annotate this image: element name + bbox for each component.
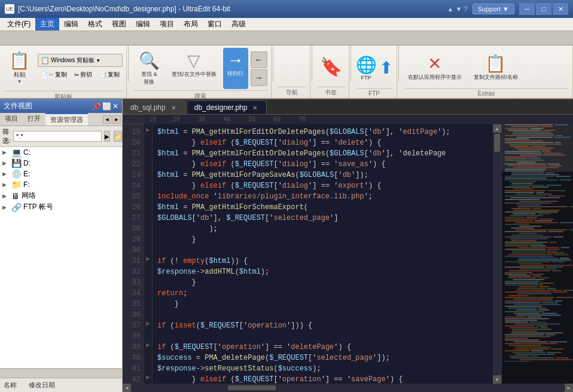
breakpoint-slot[interactable] bbox=[144, 361, 152, 372]
main-area: 文件视图 📌 ⬜ ✕ 项目 打开 资源管理器 ◄ ► 筛选: ▶ 📁 ▶ bbox=[0, 99, 573, 392]
minimize-button[interactable]: ─ bbox=[519, 3, 535, 15]
line-number: 27 bbox=[123, 213, 141, 223]
tree-item-d[interactable]: ▶ 💾 D: bbox=[0, 158, 122, 169]
breakpoint-slot[interactable] bbox=[144, 243, 152, 253]
goto-line-button[interactable]: → 转到行 bbox=[223, 48, 248, 89]
tab-db-sql-close[interactable]: ✕ bbox=[169, 103, 178, 112]
sidebar-nav-right[interactable]: ► bbox=[112, 115, 121, 124]
tree-item-label: F: bbox=[23, 180, 30, 189]
code-line: $html = PMA_getHtmlForEditOrDeletePages(… bbox=[157, 127, 488, 137]
scroll-thumb[interactable] bbox=[494, 134, 500, 152]
sidebar-tab-project[interactable]: 项目 bbox=[0, 113, 23, 125]
breakpoint-slot[interactable] bbox=[144, 210, 152, 221]
breakpoint-slot[interactable] bbox=[144, 296, 152, 307]
filter-folder-button[interactable]: 📁 bbox=[114, 131, 122, 142]
open-default-app-button[interactable]: ✕ 在默认应用程序中显示 bbox=[404, 51, 466, 84]
breakpoint-slot[interactable]: ▶ bbox=[144, 372, 152, 382]
ruler: 10 20 30 40 50 60 70 bbox=[123, 115, 573, 124]
cut-button[interactable]: ✂剪切 bbox=[71, 68, 95, 81]
breakpoint-slot[interactable]: ▶ bbox=[144, 253, 152, 264]
clipboard-manager-button[interactable]: 📋 Windows 剪贴板 ▼ bbox=[38, 54, 123, 67]
breakpoint-slot[interactable] bbox=[144, 329, 152, 339]
code-editor[interactable]: $html = PMA_getHtmlForEditOrDeletePages(… bbox=[153, 124, 493, 384]
horizontal-scrollbar[interactable]: ◄ ► bbox=[123, 384, 573, 392]
code-line: $response->setRequestStatus($success); bbox=[157, 363, 488, 374]
scroll-up-button[interactable]: ▲ bbox=[493, 124, 501, 133]
copy-button[interactable]: 📄✂复制 bbox=[38, 68, 70, 81]
sidebar-resize-handle[interactable] bbox=[0, 368, 122, 378]
support-button[interactable]: Support ▼ bbox=[473, 4, 514, 14]
tree-item-network[interactable]: ▶ 🖥 网络 bbox=[0, 190, 122, 201]
sidebar-tab-open[interactable]: 打开 bbox=[23, 113, 45, 125]
maximize-button[interactable]: □ bbox=[536, 3, 551, 15]
breakpoint-slot[interactable] bbox=[144, 307, 152, 318]
menu-project[interactable]: 项目 bbox=[155, 18, 179, 30]
filter-input[interactable] bbox=[13, 131, 102, 142]
find-group: 🔍 查找 &替换 ▽ 查找/在文件中替换 → 转到行 ← → 搜索 bbox=[130, 45, 272, 98]
paste-button[interactable]: 📋 粘贴 ▼ bbox=[4, 48, 35, 87]
breakpoint-slot[interactable]: ▶ bbox=[144, 318, 152, 329]
nav-forward-button[interactable]: → bbox=[251, 69, 267, 86]
menu-edit[interactable]: 编辑 bbox=[59, 18, 83, 30]
scroll-down-button[interactable]: ▼ bbox=[493, 375, 501, 384]
ftp-tree-icon: 🔗 bbox=[11, 203, 22, 212]
line-number: 39 bbox=[123, 342, 141, 353]
vertical-scrollbar[interactable]: ▲ ▼ bbox=[493, 124, 501, 384]
breakpoint-slot[interactable] bbox=[144, 286, 152, 296]
sidebar-close-icon[interactable]: ✕ bbox=[112, 102, 118, 111]
copy-path-button[interactable]: 📋 复制文件路径/名称 bbox=[470, 51, 523, 84]
close-button[interactable]: ✕ bbox=[553, 3, 568, 15]
line-number: 32 bbox=[123, 267, 141, 277]
h-scroll-thumb[interactable] bbox=[228, 385, 276, 390]
menu-format[interactable]: 格式 bbox=[83, 18, 107, 30]
menu-advanced[interactable]: 高级 bbox=[227, 18, 251, 30]
tree-item-e[interactable]: ▶ 💿 E: bbox=[0, 169, 122, 179]
filter-go-button[interactable]: ▶ bbox=[104, 131, 110, 142]
breakpoint-slot[interactable] bbox=[144, 157, 152, 167]
menu-layout[interactable]: 布局 bbox=[179, 18, 203, 30]
breakpoint-slot[interactable] bbox=[144, 146, 152, 157]
ftp-extra-button[interactable]: ⬆ bbox=[379, 58, 393, 78]
sidebar-tab-explorer[interactable]: 资源管理器 bbox=[45, 113, 88, 125]
menu-file[interactable]: 文件(F) bbox=[2, 18, 35, 30]
breakpoint-slot[interactable] bbox=[144, 200, 152, 210]
scroll-right-button[interactable]: ► bbox=[565, 384, 573, 392]
editor-tabs-bar: db_sql.php ✕ db_designer.php ✕ bbox=[123, 99, 573, 115]
menu-view[interactable]: 视图 bbox=[107, 18, 131, 30]
sidebar-pin-icon[interactable]: 📌 bbox=[92, 102, 101, 111]
ftp-button[interactable]: 🌐 FTP bbox=[356, 55, 377, 81]
sidebar-nav-left[interactable]: ◄ bbox=[103, 115, 111, 124]
help-link[interactable]: ▲ ▼ ? bbox=[447, 5, 468, 13]
nav-back-button[interactable]: ← bbox=[251, 51, 267, 68]
sidebar-float-icon[interactable]: ⬜ bbox=[102, 102, 111, 111]
breakpoint-slot[interactable] bbox=[144, 232, 152, 243]
copy2-button[interactable]: 📑复制 bbox=[96, 68, 123, 81]
breakpoint-slot[interactable] bbox=[144, 275, 152, 286]
find-replace-button[interactable]: 🔍 查找 &替换 bbox=[133, 48, 165, 89]
breakpoint-slot[interactable] bbox=[144, 178, 152, 189]
tree-item-f[interactable]: ▶ 📁 F: bbox=[0, 179, 122, 190]
breakpoint-slot[interactable] bbox=[144, 135, 152, 146]
breakpoint-area: ▶▶▶▶▶▶ bbox=[144, 124, 153, 384]
breakpoint-slot[interactable] bbox=[144, 189, 152, 200]
breakpoint-slot[interactable]: ▶ bbox=[144, 339, 152, 350]
menu-home[interactable]: 主页 bbox=[35, 18, 59, 30]
menu-edit2[interactable]: 编辑 bbox=[131, 18, 155, 30]
ruler-60: 60 bbox=[273, 116, 281, 122]
filter-find-button[interactable]: ▽ 查找/在文件中替换 bbox=[167, 48, 221, 89]
menu-window[interactable]: 窗口 bbox=[203, 18, 227, 30]
tree-item-c[interactable]: ▶ 💻 C: bbox=[0, 147, 122, 158]
breakpoint-slot[interactable] bbox=[144, 264, 152, 275]
breakpoint-slot[interactable] bbox=[144, 350, 152, 361]
code-line bbox=[157, 331, 488, 342]
scroll-left-button[interactable]: ◄ bbox=[123, 384, 131, 392]
tab-db-designer[interactable]: db_designer.php ✕ bbox=[187, 100, 267, 114]
breakpoint-slot[interactable] bbox=[144, 167, 152, 178]
tab-db-sql[interactable]: db_sql.php ✕ bbox=[123, 100, 185, 114]
line-number: 35 bbox=[123, 299, 141, 310]
breakpoint-slot[interactable]: ▶ bbox=[144, 124, 152, 135]
tree-item-ftp[interactable]: ▶ 🔗 FTP 帐号 bbox=[0, 201, 122, 213]
breakpoint-slot[interactable] bbox=[144, 221, 152, 232]
code-line: } else if ($_REQUEST['dialog'] == 'save_… bbox=[157, 159, 488, 170]
tab-db-designer-close[interactable]: ✕ bbox=[251, 103, 259, 112]
